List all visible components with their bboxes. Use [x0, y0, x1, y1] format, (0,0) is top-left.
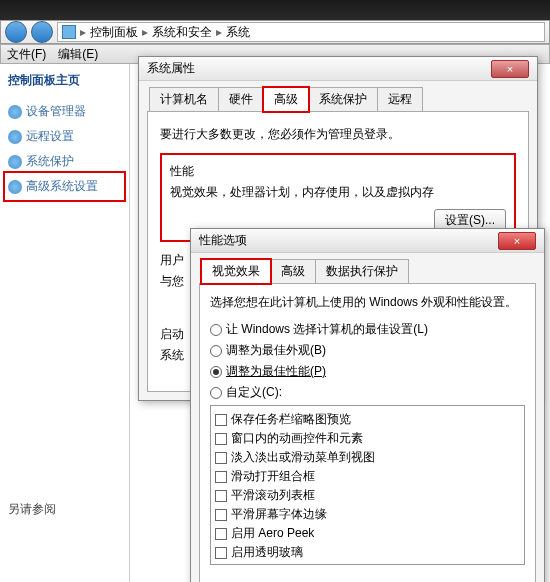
shield-icon — [8, 130, 22, 144]
sidebar-item-protection[interactable]: 系统保护 — [6, 149, 123, 174]
back-button[interactable] — [5, 21, 27, 43]
checkbox-icon — [215, 547, 227, 559]
breadcrumb-bar: ▸ 控制面板 ▸ 系统和安全 ▸ 系统 — [0, 20, 550, 44]
performance-options-dialog: 性能选项 × 视觉效果 高级 数据执行保护 选择您想在此计算机上使用的 Wind… — [190, 228, 545, 582]
sidebar: 控制面板主页 设备管理器 远程设置 系统保护 高级系统设置 另请参阅 — [0, 64, 130, 582]
computer-icon — [62, 25, 76, 39]
breadcrumb-seg[interactable]: 控制面板 — [90, 24, 138, 41]
breadcrumb-seg[interactable]: 系统和安全 — [152, 24, 212, 41]
shield-icon — [8, 155, 22, 169]
check-label: 淡入淡出或滑动菜单到视图 — [231, 449, 375, 466]
check-item[interactable]: 保存任务栏缩略图预览 — [215, 410, 520, 429]
breadcrumb-seg[interactable]: 系统 — [226, 24, 250, 41]
tab-dep[interactable]: 数据执行保护 — [315, 259, 409, 283]
check-item[interactable]: 平滑滚动列表框 — [215, 486, 520, 505]
shield-icon — [8, 105, 22, 119]
sidebar-title: 控制面板主页 — [6, 72, 123, 89]
radio-best-appearance[interactable]: 调整为最佳外观(B) — [210, 342, 525, 359]
tab-remote[interactable]: 远程 — [377, 87, 423, 111]
check-label: 窗口内的动画控件和元素 — [231, 430, 363, 447]
radio-best-performance[interactable]: 调整为最佳性能(P) — [210, 363, 525, 380]
check-label: 启用桌面组合 — [231, 563, 303, 565]
checkbox-icon — [215, 433, 227, 445]
menu-file[interactable]: 文件(F) — [7, 46, 46, 63]
radio-label: 调整为最佳外观(B) — [226, 342, 326, 359]
checkbox-icon — [215, 509, 227, 521]
checkbox-icon — [215, 471, 227, 483]
check-label: 保存任务栏缩略图预览 — [231, 411, 351, 428]
tab-hardware[interactable]: 硬件 — [218, 87, 264, 111]
performance-desc: 视觉效果，处理器计划，内存使用，以及虚拟内存 — [170, 184, 506, 201]
check-item[interactable]: 滑动打开组合框 — [215, 467, 520, 486]
checkbox-icon — [215, 452, 227, 464]
radio-icon — [210, 345, 222, 357]
dialog-title: 性能选项 — [199, 232, 247, 249]
close-button[interactable]: × — [491, 60, 529, 78]
checkbox-icon — [215, 414, 227, 426]
sidebar-item-label: 设备管理器 — [26, 103, 86, 120]
check-item[interactable]: 启用透明玻璃 — [215, 543, 520, 562]
checkbox-icon — [215, 490, 227, 502]
tabs: 计算机名 硬件 高级 系统保护 远程 — [147, 87, 529, 112]
radio-label: 调整为最佳性能(P) — [226, 363, 326, 380]
forward-button[interactable] — [31, 21, 53, 43]
radio-label: 自定义(C): — [226, 384, 282, 401]
sidebar-item-remote[interactable]: 远程设置 — [6, 124, 123, 149]
dialog-title: 系统属性 — [147, 60, 195, 77]
tab-visual-effects[interactable]: 视觉效果 — [201, 259, 271, 284]
check-label: 平滑滚动列表框 — [231, 487, 315, 504]
radio-custom[interactable]: 自定义(C): — [210, 384, 525, 401]
shield-icon — [8, 180, 22, 194]
radio-icon — [210, 387, 222, 399]
sidebar-item-advanced[interactable]: 高级系统设置 — [6, 174, 123, 199]
sidebar-footer: 另请参阅 — [6, 499, 123, 520]
check-item[interactable]: 窗口内的动画控件和元素 — [215, 429, 520, 448]
performance-title: 性能 — [170, 163, 506, 180]
sidebar-item-device-manager[interactable]: 设备管理器 — [6, 99, 123, 124]
sidebar-item-label: 高级系统设置 — [26, 178, 98, 195]
radio-icon — [210, 324, 222, 336]
radio-icon — [210, 366, 222, 378]
radio-let-windows[interactable]: 让 Windows 选择计算机的最佳设置(L) — [210, 321, 525, 338]
check-item[interactable]: 启用桌面组合 — [215, 562, 520, 565]
check-label: 滑动打开组合框 — [231, 468, 315, 485]
check-label: 平滑屏幕字体边缘 — [231, 506, 327, 523]
check-label: 启用 Aero Peek — [231, 525, 314, 542]
tab-advanced[interactable]: 高级 — [270, 259, 316, 283]
dialog-titlebar: 系统属性 × — [139, 57, 537, 81]
perf-description: 选择您想在此计算机上使用的 Windows 外观和性能设置。 — [210, 294, 525, 311]
menu-edit[interactable]: 编辑(E) — [58, 46, 98, 63]
dialog-titlebar: 性能选项 × — [191, 229, 544, 253]
check-label: 启用透明玻璃 — [231, 544, 303, 561]
radio-label: 让 Windows 选择计算机的最佳设置(L) — [226, 321, 428, 338]
check-item[interactable]: 平滑屏幕字体边缘 — [215, 505, 520, 524]
tab-protection[interactable]: 系统保护 — [308, 87, 378, 111]
breadcrumb-sep: ▸ — [80, 25, 86, 39]
breadcrumb-path[interactable]: ▸ 控制面板 ▸ 系统和安全 ▸ 系统 — [57, 22, 545, 42]
check-item[interactable]: 启用 Aero Peek — [215, 524, 520, 543]
breadcrumb-sep: ▸ — [142, 25, 148, 39]
breadcrumb-sep: ▸ — [216, 25, 222, 39]
tab-computer-name[interactable]: 计算机名 — [149, 87, 219, 111]
close-button[interactable]: × — [498, 232, 536, 250]
admin-note: 要进行大多数更改，您必须作为管理员登录。 — [160, 126, 516, 143]
tabs: 视觉效果 高级 数据执行保护 — [199, 259, 536, 284]
visual-effects-list[interactable]: 保存任务栏缩略图预览 窗口内的动画控件和元素 淡入淡出或滑动菜单到视图 滑动打开… — [210, 405, 525, 565]
tab-advanced[interactable]: 高级 — [263, 87, 309, 112]
check-item[interactable]: 淡入淡出或滑动菜单到视图 — [215, 448, 520, 467]
sidebar-item-label: 系统保护 — [26, 153, 74, 170]
checkbox-icon — [215, 528, 227, 540]
sidebar-item-label: 远程设置 — [26, 128, 74, 145]
